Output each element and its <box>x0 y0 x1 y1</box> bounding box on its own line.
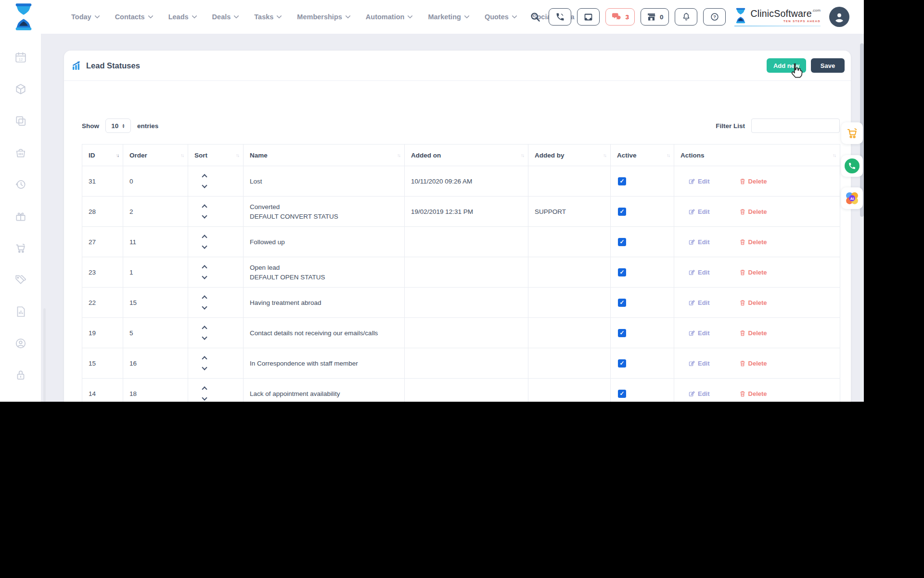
pencil-icon <box>689 269 695 276</box>
filter-input[interactable] <box>751 118 840 133</box>
move-down-button[interactable] <box>202 304 207 309</box>
cell-order: 15 <box>123 288 188 318</box>
move-down-button[interactable] <box>202 274 207 279</box>
column-header-active[interactable]: Active↑↓ <box>611 144 674 166</box>
add-new-button[interactable]: Add new <box>767 58 806 73</box>
cell-order: 18 <box>123 379 188 402</box>
move-up-button[interactable] <box>202 386 207 392</box>
delete-button[interactable]: Delete <box>740 329 767 337</box>
delete-button[interactable]: Delete <box>740 360 767 367</box>
move-down-button[interactable] <box>202 183 207 188</box>
cell-added-on <box>405 318 528 348</box>
sidebar-item-basket[interactable] <box>14 146 27 159</box>
move-up-button[interactable] <box>202 326 207 331</box>
floating-ai-button[interactable]: AI <box>841 187 863 209</box>
column-header-id[interactable]: ID↑↓ <box>82 144 123 166</box>
floating-whatsapp-button[interactable] <box>841 155 863 177</box>
cell-added-on: 10/11/2020 09:26 AM <box>405 166 528 197</box>
edit-button[interactable]: Edit <box>689 178 710 185</box>
nav-item-tasks[interactable]: Tasks <box>254 13 281 21</box>
edit-button[interactable]: Edit <box>689 299 710 306</box>
sidebar-item-history[interactable] <box>14 178 27 191</box>
edit-button[interactable]: Edit <box>689 269 710 276</box>
top-bar: Today Contacts Leads Deals Tasks Members… <box>0 0 864 34</box>
chat-button[interactable]: 3 <box>605 8 635 26</box>
chevron-down-icon <box>234 13 239 18</box>
nav-item-marketing[interactable]: Marketing <box>428 13 469 21</box>
clinicsoftware-logo-icon[interactable] <box>13 3 35 31</box>
active-checkbox[interactable]: ✓ <box>618 359 626 368</box>
move-up-button[interactable] <box>202 356 207 361</box>
move-down-button[interactable] <box>202 334 207 340</box>
delete-button[interactable]: Delete <box>740 178 767 185</box>
sidebar-item-lock[interactable] <box>14 369 27 381</box>
svg-text:12: 12 <box>18 57 22 62</box>
help-button[interactable]: ? <box>703 8 726 26</box>
sidebar-item-tags[interactable] <box>14 274 27 286</box>
nav-item-deals[interactable]: Deals <box>212 13 239 21</box>
nav-item-memberships[interactable]: Memberships <box>297 13 349 21</box>
nav-item-today[interactable]: Today <box>71 13 99 21</box>
active-checkbox[interactable]: ✓ <box>618 177 626 185</box>
active-checkbox[interactable]: ✓ <box>618 238 626 246</box>
column-header-sort[interactable]: Sort↑↓ <box>188 144 244 166</box>
column-header-added-on[interactable]: Added on↑↓ <box>405 144 528 166</box>
move-down-button[interactable] <box>202 365 207 370</box>
delete-button[interactable]: Delete <box>740 299 767 306</box>
inbox-button[interactable] <box>577 8 600 26</box>
nav-item-contacts[interactable]: Contacts <box>115 13 153 21</box>
sidebar-item-report[interactable] <box>14 305 27 318</box>
nav-item-automation[interactable]: Automation <box>366 13 412 21</box>
cell-sort <box>188 227 244 257</box>
delete-button[interactable]: Delete <box>740 390 767 397</box>
sidebar-item-copy[interactable] <box>14 115 27 127</box>
column-header-name[interactable]: Name↑↓ <box>244 144 405 166</box>
column-header-actions[interactable]: Actions↑↓ <box>674 144 840 166</box>
sidebar-scrollbar-thumb[interactable] <box>43 308 46 402</box>
edit-button[interactable]: Edit <box>689 208 710 215</box>
active-checkbox[interactable]: ✓ <box>618 268 626 276</box>
sidebar-item-cart[interactable] <box>14 242 27 254</box>
move-up-button[interactable] <box>202 174 207 179</box>
nav-item-quotes[interactable]: Quotes <box>485 13 516 21</box>
delete-button[interactable]: Delete <box>740 238 767 246</box>
user-avatar[interactable] <box>829 7 849 27</box>
page-size-select[interactable]: 10 ▲▼ <box>105 118 131 133</box>
move-up-button[interactable] <box>202 204 207 210</box>
delete-button[interactable]: Delete <box>740 269 767 276</box>
move-up-button[interactable] <box>202 265 207 270</box>
history-icon <box>14 178 27 191</box>
brand-logo[interactable]: ClinicSoftware.com TEN STEPS AHEAD <box>734 8 821 26</box>
active-checkbox[interactable]: ✓ <box>618 208 626 216</box>
move-down-button[interactable] <box>202 213 207 218</box>
svg-text:AI: AI <box>850 197 854 201</box>
bell-button[interactable] <box>675 8 697 26</box>
active-checkbox[interactable]: ✓ <box>618 329 626 337</box>
move-down-button[interactable] <box>202 395 207 400</box>
save-button[interactable]: Save <box>811 58 845 73</box>
active-checkbox[interactable]: ✓ <box>618 299 626 307</box>
sidebar-item-calendar[interactable]: 12 <box>14 51 27 64</box>
edit-button[interactable]: Edit <box>689 360 710 367</box>
nav-item-leads[interactable]: Leads <box>168 13 196 21</box>
column-header-order[interactable]: Order↑↓ <box>123 144 188 166</box>
edit-button[interactable]: Edit <box>689 329 710 337</box>
edit-button[interactable]: Edit <box>689 238 710 246</box>
sidebar-item-package[interactable] <box>14 83 27 95</box>
edit-button[interactable]: Edit <box>689 390 710 397</box>
cell-active: ✓ <box>611 227 674 257</box>
search-icon[interactable] <box>530 12 541 23</box>
move-up-button[interactable] <box>202 295 207 301</box>
move-down-button[interactable] <box>202 243 207 249</box>
column-header-added-by[interactable]: Added by↑↓ <box>528 144 611 166</box>
store-button[interactable]: 0 <box>641 8 669 26</box>
phone-button[interactable] <box>549 8 571 26</box>
sidebar-item-gift[interactable] <box>14 210 27 223</box>
sidebar-item-account[interactable] <box>14 337 27 350</box>
sort-arrows-icon: ↑↓ <box>236 153 239 158</box>
active-checkbox[interactable]: ✓ <box>618 390 626 398</box>
floating-cart-button[interactable] <box>841 122 863 144</box>
cart-icon <box>14 242 27 254</box>
delete-button[interactable]: Delete <box>740 208 767 215</box>
move-up-button[interactable] <box>202 235 207 240</box>
